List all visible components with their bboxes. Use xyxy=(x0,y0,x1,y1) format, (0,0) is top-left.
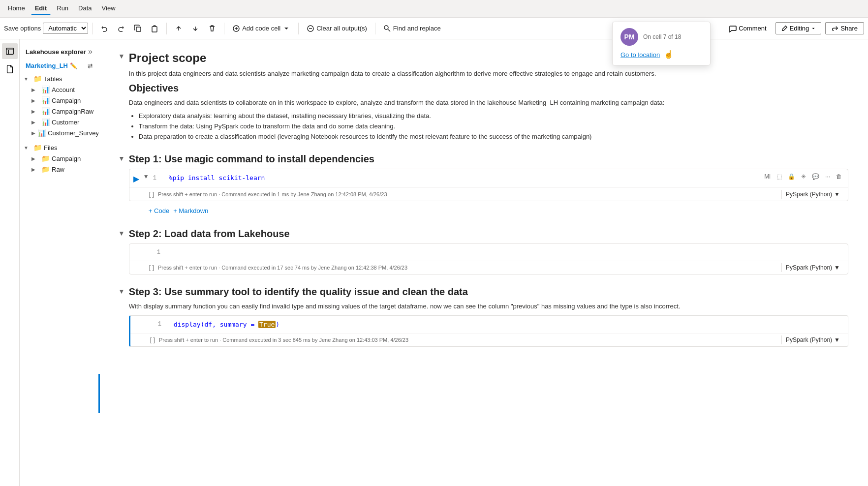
find-replace-button[interactable]: Find and replace xyxy=(379,23,445,34)
collapse-project-scope[interactable]: ▼ xyxy=(118,51,125,60)
sidebar-item-customer[interactable]: ▶ 📊 Customer xyxy=(20,117,98,127)
step2-title: Step 2: Load data from Lakehouse xyxy=(129,228,848,240)
step1-code[interactable]: %pip install scikit-learn xyxy=(169,174,265,182)
cell-lock-btn[interactable]: 🔒 xyxy=(786,172,797,181)
step3-desc: With display summary function you can ea… xyxy=(129,302,848,311)
nav-run[interactable]: Run xyxy=(53,2,72,15)
save-mode-select[interactable]: Automatic Manual xyxy=(43,23,88,34)
step3-cell-run-area: 1 display(df, summary = True) xyxy=(130,316,848,333)
step1-add-cell-row: + Code + Markdown xyxy=(129,205,848,220)
top-nav-bar: Home Edit Run Data View xyxy=(0,0,868,18)
tables-header[interactable]: ▼ 📁 Tables xyxy=(20,73,98,84)
sidebar-item-campaign-file[interactable]: ▶ 📁 Campaign xyxy=(20,153,98,164)
cell-delete-btn[interactable]: 🗑 xyxy=(834,172,844,181)
nav-view[interactable]: View xyxy=(98,2,120,15)
sidebar-item-campaignraw[interactable]: ▶ 📊 CampaignRaw xyxy=(20,106,98,117)
step1-cell-status: [ ] Press shift + enter to run · Command… xyxy=(129,187,848,201)
sidebar-item-account[interactable]: ▶ 📊 Account xyxy=(20,84,98,95)
step2-code-line: 1 xyxy=(157,248,844,257)
redo-button[interactable] xyxy=(113,23,129,34)
step1-collapse-cell[interactable]: ▼ xyxy=(143,173,149,180)
step1-run-button[interactable]: ▶ xyxy=(133,174,139,183)
nav-edit[interactable]: Edit xyxy=(31,2,51,15)
step3-language[interactable]: PySpark (Python) ▼ xyxy=(781,335,844,344)
nav-home[interactable]: Home xyxy=(4,2,29,15)
toolbar-sep-1 xyxy=(92,23,93,34)
history-tools xyxy=(96,23,162,34)
step3-status-text: Press shift + enter to run · Command exe… xyxy=(159,337,408,343)
step2-section: ▼ Step 2: Load data from Lakehouse 1 [ ] xyxy=(118,228,848,278)
move-down-button[interactable] xyxy=(187,23,203,34)
sidebar-item-customer-survey[interactable]: ▶ 📊 Customer_Survey xyxy=(20,127,98,138)
move-up-button[interactable] xyxy=(171,23,186,34)
cell-md-btn[interactable]: Ml xyxy=(762,172,773,181)
sidebar-header: Lakehouse explorer » xyxy=(20,43,98,60)
step1-title: Step 1: Use magic command to install dep… xyxy=(129,153,848,165)
add-markdown-btn-1[interactable]: + Markdown xyxy=(173,207,208,214)
toolbar-sep-5 xyxy=(375,23,375,34)
project-scope-content: Project scope In this project data engin… xyxy=(129,51,848,146)
step3-code-highlight: True xyxy=(258,321,276,328)
sidebar-item-campaign[interactable]: ▶ 📊 Campaign xyxy=(20,95,98,106)
nav-data[interactable]: Data xyxy=(74,2,95,15)
sidebar-title: Lakehouse explorer xyxy=(26,48,86,56)
cell-star-btn[interactable]: ✳ xyxy=(799,172,808,181)
popup-user-info: PM On cell 7 of 18 xyxy=(620,28,702,46)
cell-param-btn[interactable]: ⬚ xyxy=(775,172,784,181)
copy-button[interactable] xyxy=(130,23,146,34)
step1-language[interactable]: PySpark (Python) ▼ xyxy=(781,190,844,199)
files-section: ▼ 📁 Files ▶ 📁 Campaign ▶ 📁 Raw xyxy=(20,142,98,179)
add-code-btn-1[interactable]: + Code xyxy=(149,207,169,214)
sidebar-file-icon[interactable] xyxy=(2,61,18,77)
lakehouse-refresh-icon[interactable]: ⇄ xyxy=(88,62,93,69)
user-popup: PM On cell 7 of 18 Go to location ☝ xyxy=(612,22,711,65)
files-header[interactable]: ▼ 📁 Files xyxy=(20,142,98,153)
step2-language[interactable]: PySpark (Python) ▼ xyxy=(781,263,844,272)
step2-content: Step 2: Load data from Lakehouse 1 [ ] P… xyxy=(129,228,848,278)
share-button[interactable]: Share xyxy=(825,22,864,34)
step3-section: ▼ Step 3: Use summary tool to identify t… xyxy=(118,286,848,351)
step1-cell-run-area: ▶ ▼ 1 %pip install scikit-learn xyxy=(129,169,848,187)
step3-cell-body: 1 display(df, summary = True) xyxy=(134,320,844,329)
sidebar-wrapper: Lakehouse explorer » Marketing_LH ✏️ ⇄ ▼… xyxy=(0,39,98,486)
comment-button[interactable]: Comment xyxy=(724,23,771,34)
step1-status-text: Press shift + enter to run · Command exe… xyxy=(158,191,387,197)
step2-status-text: Press shift + enter to run · Command exe… xyxy=(158,265,407,271)
sidebar-collapse-button[interactable]: » xyxy=(88,47,93,56)
cell-more-btn[interactable]: ··· xyxy=(823,172,832,181)
collapse-step2[interactable]: ▼ xyxy=(118,228,125,237)
add-code-cell-button[interactable]: Add code cell xyxy=(228,23,294,34)
collapse-step1[interactable]: ▼ xyxy=(118,153,125,162)
objectives-desc: Data engineers and data scientists to co… xyxy=(129,98,848,108)
paste-button[interactable] xyxy=(147,23,162,34)
objectives-title: Objectives xyxy=(129,83,848,94)
project-scope-title: Project scope xyxy=(129,51,848,65)
step2-cell-status: [ ] Press shift + enter to run · Command… xyxy=(129,261,848,274)
clear-outputs-button[interactable]: Clear all output(s) xyxy=(303,23,371,34)
main-toolbar: Save options Automatic Manual xyxy=(0,18,868,39)
tables-section: ▼ 📁 Tables ▶ 📊 Account ▶ 📊 Campaign ▶ 📊 xyxy=(20,73,98,142)
popup-goto[interactable]: Go to location ☝ xyxy=(620,50,702,59)
cell-comment-btn[interactable]: 💬 xyxy=(810,172,821,181)
undo-button[interactable] xyxy=(96,23,112,34)
step2-code-cell: 1 [ ] Press shift + enter to run · Comma… xyxy=(129,243,848,274)
lakehouse-name: Marketing_LH ✏️ ⇄ xyxy=(20,60,98,73)
step1-section: ▼ Step 1: Use magic command to install d… xyxy=(118,153,848,220)
collapse-step3[interactable]: ▼ xyxy=(118,286,125,295)
goto-location-link[interactable]: Go to location xyxy=(620,51,660,59)
lakehouse-edit-icon[interactable]: ✏️ xyxy=(70,62,77,69)
sidebar-item-raw-file[interactable]: ▶ 📁 Raw xyxy=(20,164,98,175)
notebook-content: ▼ Project scope In this project data eng… xyxy=(98,39,868,486)
step3-line-num: 1 xyxy=(158,321,170,328)
editing-button[interactable]: Editing xyxy=(775,22,822,34)
toolbar-sep-3 xyxy=(224,23,224,34)
delete-button[interactable] xyxy=(204,23,220,34)
step1-cell-body: 1 %pip install scikit-learn xyxy=(153,173,844,182)
svg-rect-5 xyxy=(6,48,13,55)
sidebar-explorer-icon[interactable] xyxy=(2,43,18,59)
popup-cell-info: On cell 7 of 18 xyxy=(643,33,681,40)
step2-line-num: 1 xyxy=(157,249,169,256)
nav-menu: Home Edit Run Data View xyxy=(4,2,120,15)
objectives-list: Exploratory data analysis: learning abou… xyxy=(129,111,848,142)
step3-code[interactable]: display(df, summary = True) xyxy=(174,321,279,328)
